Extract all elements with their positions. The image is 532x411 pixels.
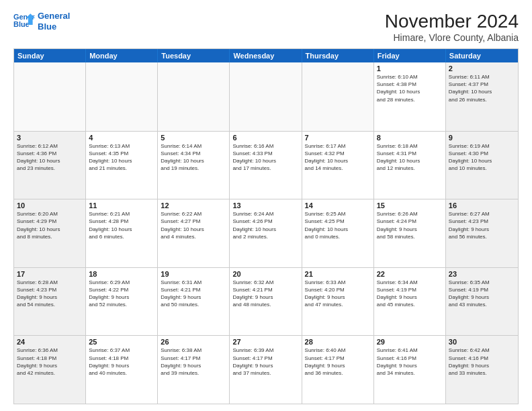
day-number: 26 xyxy=(161,338,226,346)
logo-line2: Blue xyxy=(38,21,56,32)
day-number: 19 xyxy=(161,270,226,278)
header-day-monday: Monday xyxy=(86,49,158,62)
cell-info: Sunrise: 6:39 AM Sunset: 4:17 PM Dayligh… xyxy=(232,347,298,377)
day-number: 21 xyxy=(305,270,371,278)
cell-info: Sunrise: 6:17 AM Sunset: 4:32 PM Dayligh… xyxy=(305,142,371,173)
calendar-week-5: 24Sunrise: 6:36 AM Sunset: 4:18 PM Dayli… xyxy=(14,335,518,404)
calendar-cell: 30Sunrise: 6:42 AM Sunset: 4:16 PM Dayli… xyxy=(446,336,518,404)
cell-info: Sunrise: 6:33 AM Sunset: 4:20 PM Dayligh… xyxy=(305,279,371,309)
calendar-cell: 19Sunrise: 6:31 AM Sunset: 4:21 PM Dayli… xyxy=(158,268,230,336)
calendar: SundayMondayTuesdayWednesdayThursdayFrid… xyxy=(13,48,519,404)
calendar-cell: 12Sunrise: 6:22 AM Sunset: 4:27 PM Dayli… xyxy=(158,199,230,267)
calendar-cell: 10Sunrise: 6:20 AM Sunset: 4:29 PM Dayli… xyxy=(14,199,86,267)
calendar-cell: 18Sunrise: 6:29 AM Sunset: 4:22 PM Dayli… xyxy=(86,268,158,336)
calendar-cell: 17Sunrise: 6:28 AM Sunset: 4:23 PM Dayli… xyxy=(14,268,86,336)
calendar-week-1: 1Sunrise: 6:10 AM Sunset: 4:38 PM Daylig… xyxy=(14,62,518,131)
title-block: November 2024 Himare, Vlore County, Alba… xyxy=(385,11,519,43)
cell-info: Sunrise: 6:42 AM Sunset: 4:16 PM Dayligh… xyxy=(449,347,515,377)
calendar-cell: 29Sunrise: 6:41 AM Sunset: 4:16 PM Dayli… xyxy=(374,336,446,404)
day-number: 12 xyxy=(161,201,226,210)
calendar-cell: 9Sunrise: 6:19 AM Sunset: 4:30 PM Daylig… xyxy=(446,132,518,199)
calendar-cell: 24Sunrise: 6:36 AM Sunset: 4:18 PM Dayli… xyxy=(14,336,86,404)
calendar-week-3: 10Sunrise: 6:20 AM Sunset: 4:29 PM Dayli… xyxy=(14,199,518,267)
calendar-cell: 26Sunrise: 6:38 AM Sunset: 4:17 PM Dayli… xyxy=(158,336,230,404)
calendar-cell xyxy=(302,62,374,131)
cell-info: Sunrise: 6:32 AM Sunset: 4:21 PM Dayligh… xyxy=(232,279,298,309)
cell-info: Sunrise: 6:24 AM Sunset: 4:26 PM Dayligh… xyxy=(232,210,298,240)
cell-info: Sunrise: 6:35 AM Sunset: 4:19 PM Dayligh… xyxy=(449,279,515,309)
month-title: November 2024 xyxy=(385,11,519,32)
calendar-cell: 21Sunrise: 6:33 AM Sunset: 4:20 PM Dayli… xyxy=(302,268,374,336)
day-number: 6 xyxy=(232,134,298,142)
cell-info: Sunrise: 6:21 AM Sunset: 4:28 PM Dayligh… xyxy=(89,210,154,240)
day-number: 18 xyxy=(89,270,154,278)
day-number: 4 xyxy=(89,134,154,142)
calendar-cell: 8Sunrise: 6:18 AM Sunset: 4:31 PM Daylig… xyxy=(374,132,446,199)
cell-info: Sunrise: 6:14 AM Sunset: 4:34 PM Dayligh… xyxy=(161,142,226,173)
calendar-cell: 5Sunrise: 6:14 AM Sunset: 4:34 PM Daylig… xyxy=(158,132,230,199)
calendar-cell: 7Sunrise: 6:17 AM Sunset: 4:32 PM Daylig… xyxy=(302,132,374,199)
cell-info: Sunrise: 6:22 AM Sunset: 4:27 PM Dayligh… xyxy=(161,210,226,240)
calendar-cell: 23Sunrise: 6:35 AM Sunset: 4:19 PM Dayli… xyxy=(446,268,518,336)
day-number: 10 xyxy=(17,201,83,210)
day-number: 16 xyxy=(449,201,515,210)
day-number: 22 xyxy=(377,270,443,278)
cell-info: Sunrise: 6:10 AM Sunset: 4:38 PM Dayligh… xyxy=(377,73,443,103)
calendar-cell: 13Sunrise: 6:24 AM Sunset: 4:26 PM Dayli… xyxy=(230,199,302,267)
header-day-wednesday: Wednesday xyxy=(230,49,302,62)
cell-info: Sunrise: 6:25 AM Sunset: 4:25 PM Dayligh… xyxy=(305,210,371,240)
cell-info: Sunrise: 6:34 AM Sunset: 4:19 PM Dayligh… xyxy=(377,279,443,309)
location: Himare, Vlore County, Albania xyxy=(385,32,519,43)
cell-info: Sunrise: 6:29 AM Sunset: 4:22 PM Dayligh… xyxy=(89,279,154,309)
header-day-friday: Friday xyxy=(374,49,446,62)
calendar-cell xyxy=(86,62,158,131)
cell-info: Sunrise: 6:18 AM Sunset: 4:31 PM Dayligh… xyxy=(377,142,443,173)
day-number: 13 xyxy=(232,201,298,210)
cell-info: Sunrise: 6:19 AM Sunset: 4:30 PM Dayligh… xyxy=(449,142,515,173)
day-number: 14 xyxy=(305,201,371,210)
page: General Blue General Blue November 2024 … xyxy=(0,0,532,411)
cell-info: Sunrise: 6:40 AM Sunset: 4:17 PM Dayligh… xyxy=(305,347,371,377)
cell-info: Sunrise: 6:28 AM Sunset: 4:23 PM Dayligh… xyxy=(17,279,83,309)
calendar-cell: 16Sunrise: 6:27 AM Sunset: 4:23 PM Dayli… xyxy=(446,199,518,267)
calendar-cell: 6Sunrise: 6:16 AM Sunset: 4:33 PM Daylig… xyxy=(230,132,302,199)
day-number: 15 xyxy=(377,201,443,210)
day-number: 3 xyxy=(17,134,83,142)
calendar-cell: 11Sunrise: 6:21 AM Sunset: 4:28 PM Dayli… xyxy=(86,199,158,267)
calendar-cell: 14Sunrise: 6:25 AM Sunset: 4:25 PM Dayli… xyxy=(302,199,374,267)
cell-info: Sunrise: 6:16 AM Sunset: 4:33 PM Dayligh… xyxy=(232,142,298,173)
logo-text: General Blue xyxy=(38,11,70,32)
calendar-cell: 25Sunrise: 6:37 AM Sunset: 4:18 PM Dayli… xyxy=(86,336,158,404)
calendar-cell: 27Sunrise: 6:39 AM Sunset: 4:17 PM Dayli… xyxy=(230,336,302,404)
cell-info: Sunrise: 6:41 AM Sunset: 4:16 PM Dayligh… xyxy=(377,347,443,377)
calendar-cell xyxy=(158,62,230,131)
day-number: 1 xyxy=(377,64,443,73)
day-number: 2 xyxy=(449,64,515,73)
day-number: 11 xyxy=(89,201,154,210)
cell-info: Sunrise: 6:36 AM Sunset: 4:18 PM Dayligh… xyxy=(17,347,83,377)
calendar-header: SundayMondayTuesdayWednesdayThursdayFrid… xyxy=(14,49,518,62)
cell-info: Sunrise: 6:38 AM Sunset: 4:17 PM Dayligh… xyxy=(161,347,226,377)
header-day-tuesday: Tuesday xyxy=(158,49,230,62)
calendar-cell: 22Sunrise: 6:34 AM Sunset: 4:19 PM Dayli… xyxy=(374,268,446,336)
calendar-week-2: 3Sunrise: 6:12 AM Sunset: 4:36 PM Daylig… xyxy=(14,131,518,199)
cell-info: Sunrise: 6:20 AM Sunset: 4:29 PM Dayligh… xyxy=(17,210,83,240)
calendar-cell: 20Sunrise: 6:32 AM Sunset: 4:21 PM Dayli… xyxy=(230,268,302,336)
calendar-cell: 15Sunrise: 6:26 AM Sunset: 4:24 PM Dayli… xyxy=(374,199,446,267)
header-day-saturday: Saturday xyxy=(446,49,518,62)
day-number: 27 xyxy=(232,338,298,346)
day-number: 29 xyxy=(377,338,443,346)
calendar-cell xyxy=(14,62,86,131)
cell-info: Sunrise: 6:37 AM Sunset: 4:18 PM Dayligh… xyxy=(89,347,154,377)
calendar-cell: 1Sunrise: 6:10 AM Sunset: 4:38 PM Daylig… xyxy=(374,62,446,131)
calendar-cell: 28Sunrise: 6:40 AM Sunset: 4:17 PM Dayli… xyxy=(302,336,374,404)
day-number: 9 xyxy=(449,134,515,142)
day-number: 23 xyxy=(449,270,515,278)
logo-line1: General xyxy=(38,11,70,21)
cell-info: Sunrise: 6:12 AM Sunset: 4:36 PM Dayligh… xyxy=(17,142,83,173)
day-number: 20 xyxy=(232,270,298,278)
logo-icon: General Blue xyxy=(13,12,35,31)
day-number: 25 xyxy=(89,338,154,346)
calendar-cell xyxy=(230,62,302,131)
cell-info: Sunrise: 6:31 AM Sunset: 4:21 PM Dayligh… xyxy=(161,279,226,309)
